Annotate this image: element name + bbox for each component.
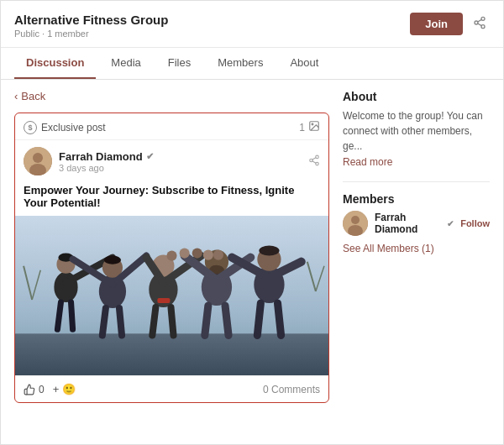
read-more-link[interactable]: Read more xyxy=(343,156,490,168)
svg-line-53 xyxy=(278,303,281,335)
svg-point-6 xyxy=(312,123,313,125)
post-header-row: $ Exclusive post 1 xyxy=(15,113,328,140)
exclusive-icon: $ xyxy=(24,121,37,134)
group-info: Alternative Fitness Group Public · 1 mem… xyxy=(14,13,168,39)
tab-media[interactable]: Media xyxy=(99,48,152,79)
tab-files[interactable]: Files xyxy=(156,48,202,79)
svg-point-61 xyxy=(351,216,360,224)
member-verified-icon: ✔ xyxy=(447,219,454,228)
post-time: 3 days ago xyxy=(59,163,154,173)
svg-point-29 xyxy=(104,256,121,264)
svg-point-58 xyxy=(213,250,223,260)
author-name: Farrah Diamond ✔ xyxy=(59,150,154,163)
member-info: Farrah Diamond ✔ xyxy=(375,212,454,235)
group-header: Alternative Fitness Group Public · 1 mem… xyxy=(1,1,503,48)
member-avatar xyxy=(343,211,368,236)
author-avatar xyxy=(24,147,52,175)
post-count-area: 1 xyxy=(299,120,320,134)
sidebar-about-section: About Welcome to the group! You can conn… xyxy=(343,90,490,168)
post-count-number: 1 xyxy=(299,122,305,134)
share-icon[interactable] xyxy=(470,13,490,35)
post-share-icon[interactable] xyxy=(308,154,320,169)
svg-line-45 xyxy=(205,306,208,335)
svg-line-3 xyxy=(478,24,482,26)
like-count: 0 xyxy=(39,384,45,395)
svg-point-8 xyxy=(33,153,43,163)
svg-line-33 xyxy=(119,308,122,335)
sidebar-about-title: About xyxy=(343,90,490,103)
tab-discussion[interactable]: Discussion xyxy=(14,48,96,79)
sidebar-about-text: Welcome to the group! You can connect wi… xyxy=(343,108,490,154)
member-row: Farrah Diamond ✔ Follow xyxy=(343,211,490,236)
svg-point-57 xyxy=(203,250,213,260)
post-image xyxy=(15,216,328,375)
back-label: Back xyxy=(21,90,45,102)
verified-icon: ✔ xyxy=(146,151,154,162)
see-all-members-link[interactable]: See All Members (1) xyxy=(343,243,490,254)
svg-line-38 xyxy=(152,307,155,335)
svg-line-52 xyxy=(257,303,260,335)
tab-members[interactable]: Members xyxy=(206,48,275,79)
svg-point-54 xyxy=(166,251,176,261)
svg-line-4 xyxy=(478,19,482,22)
sidebar-members-title: Members xyxy=(343,192,490,206)
group-meta: Public · 1 member xyxy=(14,29,168,39)
post-image-icon xyxy=(308,120,320,134)
footer-left: 0 + 🙂 xyxy=(24,383,76,395)
svg-point-55 xyxy=(180,249,190,259)
group-name: Alternative Fitness Group xyxy=(14,13,168,27)
back-chevron-icon: ‹ xyxy=(14,90,18,102)
post-title: Empower Your Journey: Subscribe to Fitne… xyxy=(15,179,328,216)
author-info: Farrah Diamond ✔ 3 days ago xyxy=(24,147,154,175)
svg-line-13 xyxy=(312,160,316,162)
nav-tabs: Discussion Media Files Members About xyxy=(1,48,503,80)
left-column: ‹ Back $ Exclusive post 1 xyxy=(14,90,343,403)
sidebar-members-section: Members Farrah Diamond ✔ xyxy=(343,192,490,254)
post-author-row: Farrah Diamond ✔ 3 days ago xyxy=(15,140,328,179)
back-link[interactable]: ‹ Back xyxy=(14,90,329,102)
emoji-button[interactable]: + 🙂 xyxy=(53,383,76,395)
exclusive-badge: $ Exclusive post xyxy=(24,121,106,134)
add-emoji-icon: + xyxy=(53,383,60,395)
svg-line-14 xyxy=(312,157,316,159)
svg-rect-16 xyxy=(15,333,328,375)
exclusive-label: Exclusive post xyxy=(41,122,106,134)
svg-rect-59 xyxy=(157,298,170,303)
header-actions: Join xyxy=(410,13,490,35)
svg-point-56 xyxy=(192,249,202,259)
member-name: Farrah Diamond ✔ xyxy=(375,212,454,235)
emoji-smiley: 🙂 xyxy=(62,383,76,395)
like-icon xyxy=(24,384,35,395)
svg-line-26 xyxy=(71,302,73,329)
main-content: ‹ Back $ Exclusive post 1 xyxy=(1,80,503,413)
post-footer: 0 + 🙂 0 Comments xyxy=(15,375,328,402)
svg-line-25 xyxy=(57,302,60,329)
author-details: Farrah Diamond ✔ 3 days ago xyxy=(59,150,154,173)
svg-point-49 xyxy=(259,246,279,256)
post-card: $ Exclusive post 1 xyxy=(14,113,329,403)
join-button[interactable]: Join xyxy=(410,13,463,35)
svg-line-46 xyxy=(225,306,228,335)
svg-line-32 xyxy=(102,308,106,335)
svg-line-39 xyxy=(171,307,173,335)
like-button[interactable]: 0 xyxy=(24,384,45,395)
divider xyxy=(343,181,490,182)
right-column: About Welcome to the group! You can conn… xyxy=(343,90,490,403)
follow-button[interactable]: Follow xyxy=(460,218,490,228)
comments-count: 0 Comments xyxy=(263,384,320,395)
tab-about[interactable]: About xyxy=(278,48,330,79)
